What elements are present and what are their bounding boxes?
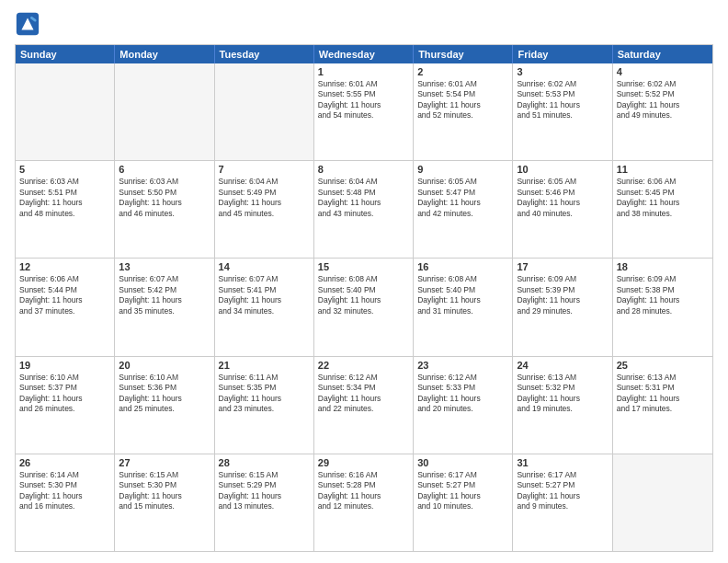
cell-info: Sunrise: 6:03 AM Sunset: 5:50 PM Dayligh… <box>119 177 210 219</box>
day-number: 7 <box>219 164 310 175</box>
day-number: 29 <box>318 457 409 468</box>
calendar-row: 19Sunrise: 6:10 AM Sunset: 5:37 PM Dayli… <box>16 356 712 454</box>
day-number: 22 <box>318 360 409 371</box>
calendar-cell: 25Sunrise: 6:13 AM Sunset: 5:31 PM Dayli… <box>613 357 712 454</box>
page: SundayMondayTuesdayWednesdayThursdayFrid… <box>0 0 728 563</box>
calendar-cell: 22Sunrise: 6:12 AM Sunset: 5:34 PM Dayli… <box>314 357 414 454</box>
calendar-cell <box>613 454 712 551</box>
calendar-cell: 2Sunrise: 6:01 AM Sunset: 5:54 PM Daylig… <box>414 63 513 160</box>
cell-info: Sunrise: 6:14 AM Sunset: 5:30 PM Dayligh… <box>19 470 110 512</box>
calendar-cell: 14Sunrise: 6:07 AM Sunset: 5:41 PM Dayli… <box>215 259 314 355</box>
logo-icon <box>15 11 40 37</box>
calendar-cell: 4Sunrise: 6:02 AM Sunset: 5:52 PM Daylig… <box>613 63 712 160</box>
calendar-cell: 16Sunrise: 6:08 AM Sunset: 5:40 PM Dayli… <box>414 259 513 355</box>
weekday-header: Friday <box>513 45 612 63</box>
calendar-cell: 10Sunrise: 6:05 AM Sunset: 5:46 PM Dayli… <box>513 161 612 258</box>
day-number: 6 <box>119 164 210 175</box>
cell-info: Sunrise: 6:05 AM Sunset: 5:46 PM Dayligh… <box>517 177 608 219</box>
calendar-cell <box>16 63 115 160</box>
calendar-cell: 6Sunrise: 6:03 AM Sunset: 5:50 PM Daylig… <box>115 161 214 258</box>
calendar: SundayMondayTuesdayWednesdayThursdayFrid… <box>15 44 713 552</box>
day-number: 23 <box>417 360 508 371</box>
calendar-cell: 13Sunrise: 6:07 AM Sunset: 5:42 PM Dayli… <box>115 259 214 355</box>
day-number: 20 <box>119 360 210 371</box>
cell-info: Sunrise: 6:11 AM Sunset: 5:35 PM Dayligh… <box>219 373 310 415</box>
weekday-header: Wednesday <box>314 45 414 63</box>
day-number: 17 <box>517 261 608 272</box>
cell-info: Sunrise: 6:10 AM Sunset: 5:36 PM Dayligh… <box>119 373 210 415</box>
cell-info: Sunrise: 6:17 AM Sunset: 5:27 PM Dayligh… <box>517 470 608 512</box>
calendar-cell: 17Sunrise: 6:09 AM Sunset: 5:39 PM Dayli… <box>513 259 612 355</box>
day-number: 2 <box>417 66 508 77</box>
day-number: 9 <box>417 164 508 175</box>
calendar-cell <box>215 63 314 160</box>
cell-info: Sunrise: 6:06 AM Sunset: 5:45 PM Dayligh… <box>617 177 709 219</box>
calendar-cell: 8Sunrise: 6:04 AM Sunset: 5:48 PM Daylig… <box>314 161 414 258</box>
day-number: 18 <box>617 261 709 272</box>
cell-info: Sunrise: 6:05 AM Sunset: 5:47 PM Dayligh… <box>417 177 508 219</box>
cell-info: Sunrise: 6:06 AM Sunset: 5:44 PM Dayligh… <box>19 274 110 316</box>
day-number: 27 <box>119 457 210 468</box>
day-number: 12 <box>19 261 110 272</box>
calendar-row: 12Sunrise: 6:06 AM Sunset: 5:44 PM Dayli… <box>16 258 712 355</box>
cell-info: Sunrise: 6:07 AM Sunset: 5:42 PM Dayligh… <box>119 274 210 316</box>
calendar-cell: 15Sunrise: 6:08 AM Sunset: 5:40 PM Dayli… <box>314 259 414 355</box>
day-number: 26 <box>19 457 110 468</box>
cell-info: Sunrise: 6:13 AM Sunset: 5:32 PM Dayligh… <box>517 373 608 415</box>
cell-info: Sunrise: 6:17 AM Sunset: 5:27 PM Dayligh… <box>417 470 508 512</box>
calendar-row: 1Sunrise: 6:01 AM Sunset: 5:55 PM Daylig… <box>16 63 712 160</box>
calendar-cell: 31Sunrise: 6:17 AM Sunset: 5:27 PM Dayli… <box>513 454 612 551</box>
calendar-header: SundayMondayTuesdayWednesdayThursdayFrid… <box>16 45 712 63</box>
cell-info: Sunrise: 6:01 AM Sunset: 5:55 PM Dayligh… <box>318 79 409 121</box>
cell-info: Sunrise: 6:12 AM Sunset: 5:33 PM Dayligh… <box>417 373 508 415</box>
day-number: 11 <box>617 164 709 175</box>
cell-info: Sunrise: 6:04 AM Sunset: 5:48 PM Dayligh… <box>318 177 409 219</box>
calendar-cell: 20Sunrise: 6:10 AM Sunset: 5:36 PM Dayli… <box>115 357 214 454</box>
calendar-cell: 28Sunrise: 6:15 AM Sunset: 5:29 PM Dayli… <box>215 454 314 551</box>
cell-info: Sunrise: 6:04 AM Sunset: 5:49 PM Dayligh… <box>219 177 310 219</box>
cell-info: Sunrise: 6:02 AM Sunset: 5:52 PM Dayligh… <box>617 79 709 121</box>
cell-info: Sunrise: 6:03 AM Sunset: 5:51 PM Dayligh… <box>19 177 110 219</box>
weekday-header: Thursday <box>414 45 513 63</box>
calendar-row: 5Sunrise: 6:03 AM Sunset: 5:51 PM Daylig… <box>16 160 712 258</box>
weekday-header: Monday <box>115 45 214 63</box>
day-number: 3 <box>517 66 608 77</box>
weekday-header: Sunday <box>16 45 115 63</box>
cell-info: Sunrise: 6:01 AM Sunset: 5:54 PM Dayligh… <box>417 79 508 121</box>
header <box>15 11 713 37</box>
day-number: 30 <box>417 457 508 468</box>
calendar-cell: 12Sunrise: 6:06 AM Sunset: 5:44 PM Dayli… <box>16 259 115 355</box>
day-number: 5 <box>19 164 110 175</box>
calendar-cell: 1Sunrise: 6:01 AM Sunset: 5:55 PM Daylig… <box>314 63 414 160</box>
cell-info: Sunrise: 6:15 AM Sunset: 5:30 PM Dayligh… <box>119 470 210 512</box>
day-number: 28 <box>219 457 310 468</box>
cell-info: Sunrise: 6:13 AM Sunset: 5:31 PM Dayligh… <box>617 373 709 415</box>
calendar-cell: 5Sunrise: 6:03 AM Sunset: 5:51 PM Daylig… <box>16 161 115 258</box>
day-number: 24 <box>517 360 608 371</box>
cell-info: Sunrise: 6:09 AM Sunset: 5:38 PM Dayligh… <box>617 274 709 316</box>
calendar-cell: 18Sunrise: 6:09 AM Sunset: 5:38 PM Dayli… <box>613 259 712 355</box>
calendar-cell: 11Sunrise: 6:06 AM Sunset: 5:45 PM Dayli… <box>613 161 712 258</box>
weekday-header: Saturday <box>613 45 712 63</box>
cell-info: Sunrise: 6:12 AM Sunset: 5:34 PM Dayligh… <box>318 373 409 415</box>
calendar-cell <box>115 63 214 160</box>
calendar-cell: 21Sunrise: 6:11 AM Sunset: 5:35 PM Dayli… <box>215 357 314 454</box>
calendar-cell: 9Sunrise: 6:05 AM Sunset: 5:47 PM Daylig… <box>414 161 513 258</box>
day-number: 13 <box>119 261 210 272</box>
calendar-cell: 19Sunrise: 6:10 AM Sunset: 5:37 PM Dayli… <box>16 357 115 454</box>
calendar-cell: 7Sunrise: 6:04 AM Sunset: 5:49 PM Daylig… <box>215 161 314 258</box>
day-number: 31 <box>517 457 608 468</box>
cell-info: Sunrise: 6:08 AM Sunset: 5:40 PM Dayligh… <box>318 274 409 316</box>
calendar-body: 1Sunrise: 6:01 AM Sunset: 5:55 PM Daylig… <box>16 63 712 551</box>
logo <box>15 11 44 37</box>
calendar-cell: 24Sunrise: 6:13 AM Sunset: 5:32 PM Dayli… <box>513 357 612 454</box>
calendar-cell: 29Sunrise: 6:16 AM Sunset: 5:28 PM Dayli… <box>314 454 414 551</box>
calendar-cell: 27Sunrise: 6:15 AM Sunset: 5:30 PM Dayli… <box>115 454 214 551</box>
cell-info: Sunrise: 6:07 AM Sunset: 5:41 PM Dayligh… <box>219 274 310 316</box>
day-number: 19 <box>19 360 110 371</box>
cell-info: Sunrise: 6:08 AM Sunset: 5:40 PM Dayligh… <box>417 274 508 316</box>
cell-info: Sunrise: 6:09 AM Sunset: 5:39 PM Dayligh… <box>517 274 608 316</box>
day-number: 15 <box>318 261 409 272</box>
cell-info: Sunrise: 6:10 AM Sunset: 5:37 PM Dayligh… <box>19 373 110 415</box>
day-number: 21 <box>219 360 310 371</box>
